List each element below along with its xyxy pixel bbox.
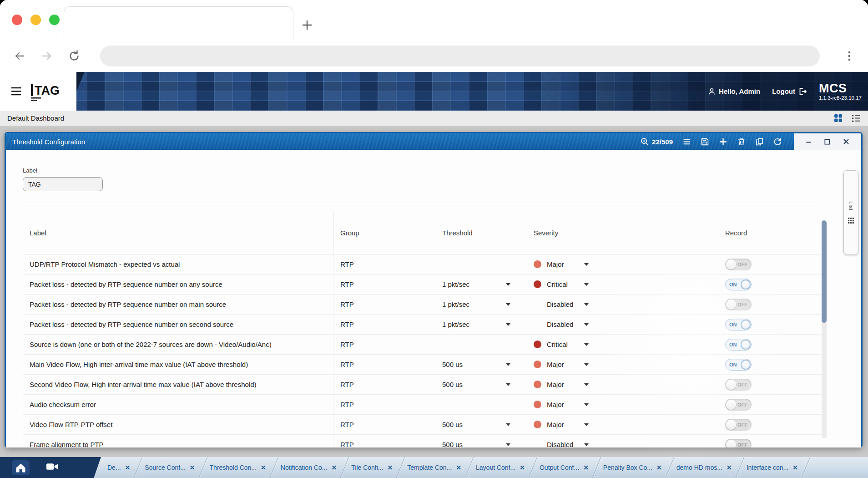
threshold-dropdown[interactable]: 500 us: [431, 415, 518, 434]
taskbar-tab[interactable]: Layout Conf... ✕: [469, 457, 533, 478]
taskbar-tab[interactable]: Source Conf... ✕: [138, 457, 203, 478]
new-tab-button[interactable]: [300, 18, 314, 34]
back-icon[interactable]: [13, 49, 26, 63]
minimize-window-button[interactable]: [30, 15, 41, 25]
list-button[interactable]: [682, 137, 691, 146]
severity-dropdown[interactable]: Major: [518, 415, 715, 434]
close-icon[interactable]: ✕: [388, 464, 393, 471]
label-field-group: Label: [23, 167, 861, 191]
table-row[interactable]: Source is down (one or both of the 2022-…: [23, 335, 826, 355]
scrollbar-thumb[interactable]: [822, 220, 827, 323]
taskbar-tab[interactable]: De... ✕: [101, 457, 138, 478]
threshold-dropdown[interactable]: 500 us: [431, 375, 518, 394]
table-row[interactable]: Packet loss - detected by RTP sequence n…: [23, 275, 826, 295]
list-side-tab[interactable]: List: [843, 170, 858, 255]
threshold-dropdown[interactable]: 1 pkt/sec: [431, 275, 518, 294]
logout-button[interactable]: Logout: [772, 87, 807, 96]
table-row[interactable]: UDP/RTP Protocol Mismatch - expected vs …: [23, 254, 826, 275]
search-count-group[interactable]: 22/509: [641, 137, 673, 146]
close-icon[interactable]: ✕: [792, 464, 798, 471]
record-toggle[interactable]: OFF: [725, 399, 752, 411]
threshold-dropdown[interactable]: [431, 254, 518, 274]
mosaic-button[interactable]: [46, 462, 58, 473]
close-icon[interactable]: ✕: [125, 464, 131, 471]
table-row[interactable]: Frame alignment to PTP RTP 500 us Disabl…: [23, 435, 826, 447]
severity-value: Major: [547, 401, 584, 408]
save-button[interactable]: [701, 137, 709, 146]
duplicate-button[interactable]: [755, 137, 764, 146]
maximize-icon[interactable]: [823, 138, 831, 146]
severity-value: Disabled: [547, 300, 584, 308]
minimize-icon[interactable]: [805, 138, 812, 146]
label-input[interactable]: [23, 177, 103, 191]
severity-dropdown[interactable]: Critical: [518, 275, 715, 294]
table-row[interactable]: Main Video Flow, High inter-arrival time…: [23, 355, 826, 375]
list-icon: [682, 137, 691, 146]
record-toggle[interactable]: OFF: [725, 299, 752, 310]
severity-value: Major: [547, 381, 584, 388]
close-icon[interactable]: ✕: [456, 464, 461, 471]
threshold-dropdown[interactable]: [431, 335, 518, 354]
close-icon[interactable]: ✕: [520, 464, 525, 471]
menu-icon[interactable]: [10, 85, 22, 97]
vertical-scrollbar[interactable]: [822, 220, 827, 438]
row-label: Source is down (one or both of the 2022-…: [23, 335, 333, 354]
record-toggle[interactable]: ON: [725, 359, 752, 371]
add-button[interactable]: [719, 137, 727, 146]
home-button[interactable]: [12, 460, 30, 475]
record-toggle[interactable]: ON: [725, 279, 752, 290]
taskbar-tab[interactable]: Template Con... ✕: [401, 457, 469, 478]
close-window-button[interactable]: [12, 15, 22, 25]
close-icon[interactable]: [842, 137, 850, 146]
table-row[interactable]: Packet loss - detected by RTP sequence n…: [23, 315, 826, 335]
close-icon[interactable]: ✕: [190, 464, 195, 471]
severity-dropdown[interactable]: Disabled: [518, 295, 715, 314]
taskbar-tab[interactable]: Tile Confi... ✕: [345, 457, 401, 478]
widgets-icon[interactable]: [833, 113, 843, 123]
fullscreen-window-button[interactable]: [49, 15, 60, 25]
taskbar-tab[interactable]: Output Conf... ✕: [533, 457, 597, 478]
threshold-dropdown[interactable]: 500 us: [431, 435, 518, 447]
record-toggle[interactable]: ON: [725, 339, 752, 351]
severity-dropdown[interactable]: Disabled: [518, 315, 715, 334]
threshold-dropdown[interactable]: 1 pkt/sec: [431, 295, 518, 314]
severity-dropdown[interactable]: Major: [518, 355, 715, 374]
record-toggle[interactable]: OFF: [725, 379, 752, 391]
list-view-icon[interactable]: [851, 113, 861, 123]
taskbar-tab[interactable]: demo HD mos... ✕: [670, 457, 740, 478]
close-icon[interactable]: ✕: [583, 464, 589, 471]
severity-dropdown[interactable]: Critical: [518, 335, 715, 354]
severity-dropdown[interactable]: Major: [518, 375, 715, 394]
record-toggle[interactable]: OFF: [725, 439, 752, 448]
taskbar-tab[interactable]: Notification Co... ✕: [274, 457, 345, 478]
close-icon[interactable]: ✕: [727, 464, 732, 471]
chevron-down-icon: [506, 423, 510, 426]
delete-button[interactable]: [737, 137, 746, 146]
close-icon[interactable]: ✕: [261, 464, 266, 471]
taskbar-tab[interactable]: Interface con... ✕: [740, 457, 806, 478]
record-toggle[interactable]: OFF: [725, 259, 752, 270]
taskbar-tab[interactable]: Penalty Box Co... ✕: [597, 457, 670, 478]
refresh-button[interactable]: [773, 137, 782, 146]
forward-icon[interactable]: [40, 49, 54, 63]
table-row[interactable]: Video Flow RTP-PTP offset RTP 500 us Maj…: [23, 415, 826, 435]
taskbar-tab[interactable]: Threshold Con... ✕: [203, 457, 274, 478]
threshold-dropdown[interactable]: [431, 395, 518, 414]
close-icon[interactable]: ✕: [332, 464, 337, 471]
table-row[interactable]: Packet loss - detected by RTP sequence n…: [23, 295, 826, 315]
reload-icon[interactable]: [67, 49, 81, 63]
threshold-dropdown[interactable]: 500 us: [431, 355, 518, 374]
browser-menu-icon[interactable]: [843, 50, 855, 62]
record-toggle[interactable]: OFF: [725, 419, 752, 431]
table-row[interactable]: Audio checksum error RTP Major OFF: [23, 395, 826, 415]
record-toggle[interactable]: ON: [725, 319, 752, 331]
browser-tab[interactable]: [64, 6, 293, 40]
table-row[interactable]: Second Video Flow, High inter-arrival ti…: [23, 375, 826, 395]
address-bar[interactable]: [100, 46, 820, 66]
threshold-dropdown[interactable]: 1 pkt/sec: [431, 315, 518, 334]
severity-dropdown[interactable]: Major: [518, 254, 715, 274]
severity-dropdown[interactable]: Disabled: [518, 435, 715, 447]
window-titlebar[interactable]: Threshold Configuration 22/509: [6, 133, 861, 150]
severity-dropdown[interactable]: Major: [518, 395, 715, 414]
close-icon[interactable]: ✕: [656, 464, 662, 471]
